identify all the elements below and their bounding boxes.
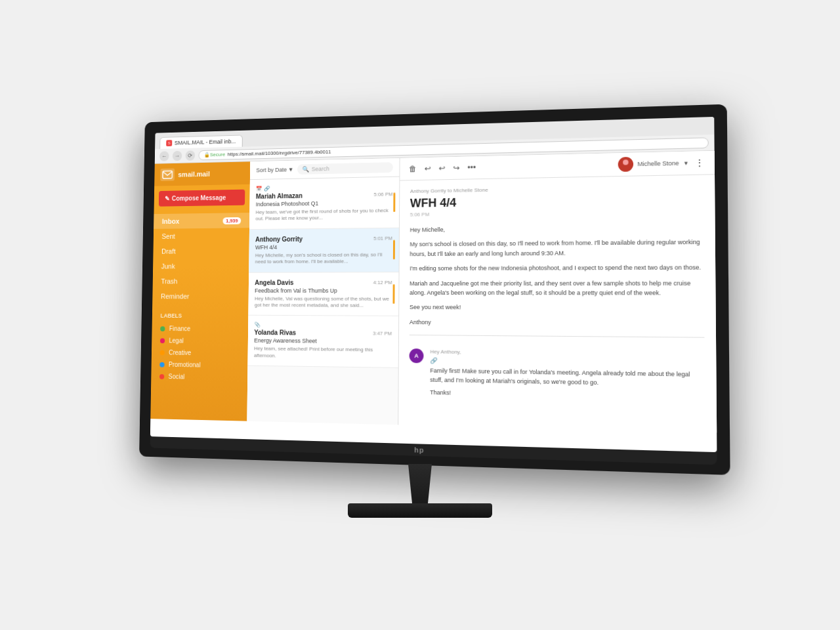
- labels-section: Labels Finance Legal Creative: [151, 306, 248, 387]
- email-time-2: 5:01 PM: [373, 235, 392, 241]
- email-body: Hey Michelle, My son's school is closed …: [410, 222, 704, 329]
- label-promotional[interactable]: Promotional: [159, 358, 239, 371]
- email-time-3: 4:12 PM: [373, 280, 392, 285]
- email-sender-2: Anthony Gorrity: [255, 236, 303, 243]
- nav-item-sent[interactable]: Sent: [154, 228, 249, 243]
- email-preview-1: Hey team, we've got the first round of s…: [255, 207, 392, 222]
- legal-dot: [160, 338, 165, 343]
- email-item-2[interactable]: Anthony Gorrity 5:01 PM WFH 4/4 Hey Mich…: [249, 228, 399, 272]
- email-sender-3: Angela Davis: [255, 279, 293, 286]
- email-indicator-1: [393, 192, 395, 212]
- body-p3: Mariah and Jacqueline got me their prior…: [410, 278, 704, 298]
- email-icons-4: 📎: [254, 322, 392, 329]
- email-subject-1: Indonesia Photoshoot Q1: [256, 199, 393, 207]
- finance-dot: [160, 326, 165, 331]
- replyall-button[interactable]: ↩: [438, 162, 447, 174]
- email-item-header-3: Angela Davis 4:12 PM: [255, 279, 392, 286]
- email-signature: Anthony: [410, 318, 704, 329]
- nav-inbox-label: Inbox: [162, 217, 180, 225]
- reply-button[interactable]: ↩: [423, 163, 432, 175]
- delete-button[interactable]: 🗑: [408, 163, 418, 175]
- svg-point-2: [621, 166, 631, 172]
- email-subject-3: Feedback from Val is Thumbs Up: [255, 287, 392, 294]
- url-text: https://smail.mail/10300/nrgdrive/77389.…: [228, 149, 331, 158]
- logo-icon: [160, 169, 175, 181]
- legal-label: Legal: [169, 337, 183, 345]
- more-options-button[interactable]: ⋮: [693, 156, 706, 169]
- nav-items: Inbox 1,939 Sent Draft Junk: [152, 210, 249, 306]
- promotional-label: Promotional: [169, 361, 201, 368]
- reload-button[interactable]: ⟳: [186, 150, 196, 161]
- body-greeting: Hey Michelle,: [410, 222, 704, 234]
- email-item-1[interactable]: 📅 🔗 Mariah Almazan 5:06 PM Indonesia Pho…: [249, 177, 399, 230]
- social-dot: [159, 374, 164, 379]
- thread-divider: [410, 335, 705, 338]
- label-creative[interactable]: Creative: [159, 346, 239, 360]
- monitor-stand-neck: [400, 464, 440, 503]
- email-view: 🗑 ↩ ↩ ↪ •••: [398, 151, 717, 432]
- browser-tab[interactable]: S SMAIL.MAIL - Email inb...: [159, 135, 242, 149]
- compose-label: Compose Message: [172, 194, 226, 202]
- reply-link-icon: 🔗: [430, 358, 437, 364]
- email-item-header-2: Anthony Gorrity 5:01 PM: [255, 234, 392, 243]
- search-icon: 🔍: [302, 166, 308, 173]
- monitor-wrapper: S SMAIL.MAIL - Email inb... ← → ⟳ 🔒 Secu…: [125, 112, 715, 518]
- labels-title: Labels: [160, 312, 240, 319]
- monitor-stand-base: [348, 503, 492, 518]
- email-item-3[interactable]: Angela Davis 4:12 PM Feedback from Val i…: [248, 272, 398, 317]
- finance-label: Finance: [169, 325, 190, 332]
- search-box[interactable]: 🔍 Search: [297, 162, 393, 175]
- email-item-4[interactable]: 📎 Yolanda Rivas 3:47 PM Energy Awareness…: [247, 316, 398, 368]
- reply-signoff: Thanks!: [430, 388, 705, 403]
- tab-title: SMAIL.MAIL - Email inb...: [175, 138, 236, 146]
- social-label: Social: [169, 373, 185, 380]
- app-layout: smail.mail ✎ Compose Message Inbox 1,939…: [150, 151, 717, 432]
- compose-button[interactable]: ✎ Compose Message: [159, 190, 245, 207]
- email-list: Sort by Date ▼ 🔍 Search 📅 🔗: [247, 158, 400, 425]
- toolbar-left: 🗑 ↩ ↩ ↪ •••: [408, 161, 477, 175]
- monitor-screen: S SMAIL.MAIL - Email inb... ← → ⟳ 🔒 Secu…: [150, 117, 717, 452]
- back-button[interactable]: ←: [159, 151, 169, 161]
- sort-button[interactable]: Sort by Date ▼: [256, 166, 293, 173]
- email-thread: Anthony Gorrity to Michelle Stone WFH 4/…: [398, 175, 717, 432]
- label-social[interactable]: Social: [159, 370, 239, 383]
- sidebar: smail.mail ✎ Compose Message Inbox 1,939…: [150, 161, 250, 421]
- reply-body-text: Family first! Make sure you call in for …: [430, 367, 705, 389]
- toolbar-right: Michelle Stone ▼ ⋮: [618, 155, 706, 172]
- promotional-dot: [159, 362, 164, 367]
- user-name: Michelle Stone: [637, 160, 679, 168]
- inbox-badge: 1,939: [222, 217, 241, 224]
- email-item-header-1: Mariah Almazan 5:06 PM: [256, 190, 393, 200]
- lock-icon: 🔒: [204, 152, 210, 158]
- nav-trash-label: Trash: [161, 278, 177, 285]
- nav-item-junk[interactable]: Junk: [153, 259, 249, 274]
- calendar-icon: 📅: [256, 186, 262, 192]
- label-legal[interactable]: Legal: [160, 335, 240, 348]
- creative-label: Creative: [169, 349, 191, 356]
- forward-button[interactable]: ↪: [452, 162, 461, 174]
- user-avatar: [618, 157, 633, 172]
- nav-draft-label: Draft: [161, 247, 176, 255]
- hp-logo: hp: [414, 446, 424, 454]
- body-p1: My son's school is closed on this day, s…: [410, 238, 704, 259]
- body-signoff: See you next week!: [410, 303, 704, 313]
- user-dropdown-icon[interactable]: ▼: [683, 160, 689, 167]
- more-button[interactable]: •••: [466, 161, 477, 173]
- email-time-1: 5:06 PM: [373, 191, 392, 197]
- nav-sent-label: Sent: [161, 232, 175, 240]
- email-sender-1: Mariah Almazan: [256, 192, 303, 200]
- nav-item-reminder[interactable]: Reminder: [152, 289, 249, 304]
- reply-avatar-letter: A: [414, 352, 418, 359]
- reply-avatar: A: [410, 348, 424, 363]
- app-logo-text: smail.mail: [178, 170, 209, 178]
- reply-content: Hey Anthony, 🔗 Family first! Make sure y…: [430, 348, 705, 402]
- reply-greeting: Hey Anthony,: [430, 348, 704, 358]
- nav-item-trash[interactable]: Trash: [153, 274, 249, 289]
- sort-chevron: ▼: [288, 166, 293, 173]
- forward-button[interactable]: →: [173, 150, 182, 160]
- nav-item-draft[interactable]: Draft: [153, 243, 249, 259]
- label-finance[interactable]: Finance: [160, 323, 240, 335]
- email-time-4: 3:47 PM: [373, 331, 392, 337]
- nav-item-inbox[interactable]: Inbox 1,939: [154, 213, 249, 229]
- sort-label: Sort by Date: [256, 167, 287, 174]
